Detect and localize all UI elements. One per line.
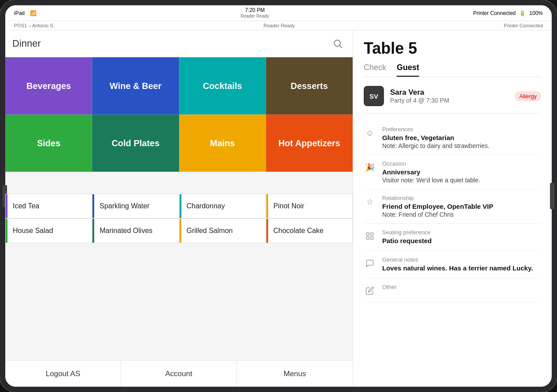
menu-item-pinot-noir[interactable]: Pinot Noir: [266, 194, 353, 218]
seating-label: Seating preference: [382, 229, 432, 236]
svg-rect-2: [367, 233, 369, 236]
relationship-row: ☆ Relationship Friend of Employee, OpenT…: [364, 189, 541, 224]
menu-item-iced-tea[interactable]: Iced Tea: [5, 194, 92, 218]
seating-value: Patio requested: [382, 237, 432, 244]
menu-item-marinated-olives[interactable]: Marinated Olives: [92, 218, 179, 243]
main-content: Dinner Beverages Wine & Beer: [5, 30, 552, 387]
ipad-screen: iPad 📶 7:20 PM Reader Ready Printer Conn…: [5, 5, 552, 387]
right-panel: Table 5 Check Guest SV Sara V: [353, 30, 552, 387]
status-center: 7:20 PM Reader Ready: [241, 7, 269, 18]
preferences-value: Gluten free, Vegetarian: [382, 134, 490, 141]
category-cocktails[interactable]: Cocktails: [179, 57, 266, 115]
menu-item-sparkling-water[interactable]: Sparkling Water: [92, 194, 179, 218]
occasion-note: Visitor note: We'd love a quiet table.: [382, 177, 480, 184]
relationship-note: Note: Friend of Chef Chris: [382, 211, 493, 218]
other-row: Other: [364, 278, 541, 303]
search-button[interactable]: [330, 36, 346, 52]
guest-name: Sara Vera: [390, 88, 509, 97]
preferences-note: Note: Allergic to dairy and strawberries…: [382, 142, 490, 149]
category-sides[interactable]: Sides: [5, 115, 92, 172]
spacer-top: [5, 172, 353, 194]
category-wine[interactable]: Wine & Beer: [92, 57, 179, 115]
nav-menus[interactable]: Menus: [237, 361, 353, 387]
relationship-label: Relationship: [382, 195, 493, 201]
notes-value: Loves natural wines. Has a terrier named…: [382, 264, 533, 272]
avatar: SV: [364, 86, 384, 106]
svg-rect-3: [371, 233, 373, 236]
preferences-label: Preferences: [382, 126, 490, 133]
category-grid: Beverages Wine & Beer Cocktails Desserts…: [5, 57, 353, 172]
notes-icon: [364, 257, 376, 270]
sub-items-area: Iced Tea Sparkling Water Chardonnay Pino…: [5, 172, 353, 360]
occasion-value: Anniversary: [382, 168, 480, 176]
status-right: Printer Connected 🔋 100%: [473, 10, 543, 16]
reader-status: Reader Ready: [241, 14, 269, 19]
preferences-row: ☺ Preferences Gluten free, Vegetarian No…: [364, 121, 541, 155]
reader-label: Reader Ready: [264, 23, 295, 28]
preferences-icon: ☺: [364, 127, 376, 139]
tab-bar: Check Guest: [364, 63, 541, 77]
device-label: iPad: [14, 10, 25, 16]
svg-rect-4: [367, 237, 369, 240]
notes-row: General notes Loves natural wines. Has a…: [364, 251, 541, 278]
category-beverages[interactable]: Beverages: [5, 57, 92, 115]
svg-point-0: [334, 40, 340, 46]
guest-info: Sara Vera Party of 4 @ 7:30 PM: [390, 88, 509, 104]
status-left: iPad 📶: [14, 10, 37, 16]
ipad-frame: iPad 📶 7:20 PM Reader Ready Printer Conn…: [0, 0, 557, 392]
seating-icon: [364, 230, 376, 242]
category-mains[interactable]: Mains: [179, 115, 266, 172]
occasion-row: 🎉 Occasion Anniversary Visitor note: We'…: [364, 155, 541, 189]
relationship-icon: ☆: [364, 196, 376, 208]
printer-status: Printer Connected: [473, 10, 516, 16]
category-hot-appetizers[interactable]: Hot Appetizers: [266, 115, 353, 172]
battery-level: 100%: [529, 10, 543, 16]
occasion-icon: 🎉: [364, 161, 376, 174]
wifi-icon: 📶: [30, 10, 37, 16]
menu-item-house-salad[interactable]: House Salad: [5, 218, 92, 243]
seating-row: Seating preference Patio requested: [364, 224, 541, 251]
search-bar: Dinner: [5, 30, 353, 57]
status-bar: iPad 📶 7:20 PM Reader Ready Printer Conn…: [5, 5, 552, 21]
bluetooth-icon: 🔋: [519, 10, 526, 16]
svg-line-1: [340, 46, 343, 48]
left-panel: Dinner Beverages Wine & Beer: [5, 30, 353, 387]
table-title: Table 5: [364, 39, 541, 58]
bottom-nav: Logout AS Account Menus: [5, 360, 353, 387]
category-cold-plates[interactable]: Cold Plates: [92, 115, 179, 172]
nav-logout[interactable]: Logout AS: [5, 361, 121, 387]
power-button[interactable]: [550, 183, 554, 209]
pos-label: POS1 – Antonio S.: [14, 23, 55, 28]
nav-account[interactable]: Account: [121, 361, 237, 387]
notes-label: General notes: [382, 256, 533, 263]
printer-label: Printer Connected: [504, 23, 543, 28]
allergy-badge: Allergy: [515, 91, 541, 101]
svg-rect-5: [371, 237, 373, 240]
menu-items-grid: Iced Tea Sparkling Water Chardonnay Pino…: [5, 194, 353, 243]
time-display: 7:20 PM: [245, 7, 265, 13]
menu-item-chocolate-cake[interactable]: Chocolate Cake: [266, 218, 353, 243]
tab-guest[interactable]: Guest: [397, 63, 419, 77]
spacer-bottom: [5, 243, 353, 360]
guest-header: SV Sara Vera Party of 4 @ 7:30 PM Allerg…: [364, 86, 541, 114]
guest-party: Party of 4 @ 7:30 PM: [390, 97, 509, 104]
menu-item-grilled-salmon[interactable]: Grilled Salmon: [179, 218, 266, 243]
other-icon: [364, 285, 376, 297]
occasion-label: Occasion: [382, 160, 480, 167]
relationship-value: Friend of Employee, OpenTable VIP: [382, 203, 493, 210]
other-label: Other: [382, 284, 397, 290]
category-desserts[interactable]: Desserts: [266, 57, 353, 115]
tab-check[interactable]: Check: [364, 63, 386, 77]
menu-item-chardonnay[interactable]: Chardonnay: [179, 194, 266, 218]
menu-title: Dinner: [12, 38, 325, 49]
